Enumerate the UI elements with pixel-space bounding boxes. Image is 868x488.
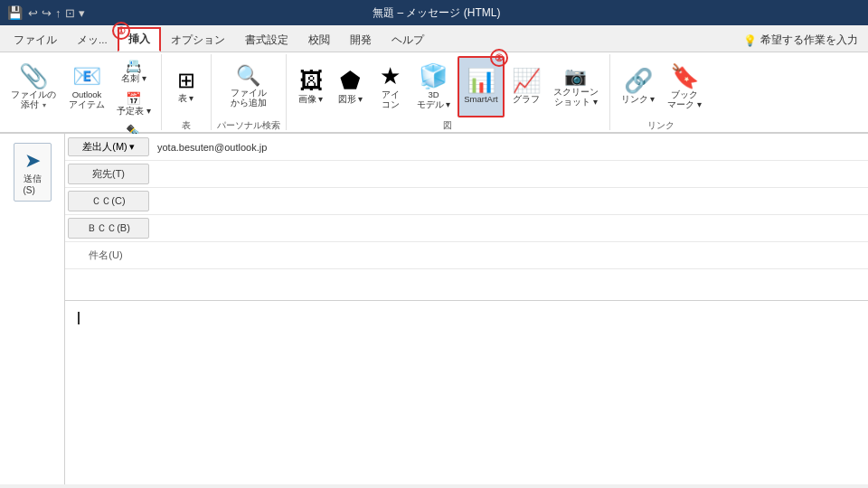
- from-dropdown-arrow: ▾: [129, 141, 135, 153]
- graph-label: グラフ: [513, 94, 540, 104]
- cc-input[interactable]: [152, 193, 868, 210]
- graph-btn[interactable]: 📈 グラフ: [506, 56, 546, 117]
- from-row: 差出人(M) ▾ yota.besuten@outlook.jp: [65, 134, 868, 161]
- subject-row: 件名(U): [65, 242, 868, 269]
- cc-row: ＣＣ(C): [65, 188, 868, 215]
- table-group-label: 表: [182, 117, 191, 132]
- attachment-btn[interactable]: 📎 ファイルの添付 ▾: [5, 56, 61, 117]
- 3dmodel-icon: 🧊: [419, 64, 448, 88]
- compose-area: ➤ 送信(S) 差出人(M) ▾ yota.besuten@outlook.jp…: [0, 134, 868, 484]
- link-icon: 🔗: [624, 69, 653, 92]
- outlook-items-btn[interactable]: 📧 Outlookアイテム: [63, 56, 110, 117]
- shapes-btn[interactable]: ⬟ 図形 ▾: [332, 56, 370, 117]
- table-icon: ⊞: [177, 70, 195, 91]
- file-add-btn[interactable]: 🔍 ファイルから追加: [225, 56, 272, 117]
- tab-search[interactable]: 💡 希望する作業を入力: [733, 29, 868, 52]
- tab-develop[interactable]: 開発: [340, 29, 382, 52]
- links-group-items: 🔗 リンク ▾ 🔖 ブックマーク ▾: [616, 56, 707, 117]
- subject-input[interactable]: [146, 248, 868, 264]
- attachment-icon: 📎: [19, 64, 48, 88]
- tab-options[interactable]: オプション: [161, 29, 235, 52]
- links-group-label: リンク: [647, 117, 675, 132]
- tab-review[interactable]: 校閲: [298, 29, 340, 52]
- image-icon: 🖼: [299, 69, 323, 92]
- smartart-label: SmartArt: [464, 94, 497, 104]
- tab-message[interactable]: メッ...: [67, 29, 118, 52]
- fields-area: 差出人(M) ▾ yota.besuten@outlook.jp 宛先(T) Ｃ…: [65, 134, 868, 300]
- bookmark-btn[interactable]: 🔖 ブックマーク ▾: [662, 56, 707, 117]
- send-icon: ➤: [24, 149, 41, 173]
- attachment-label: ファイルの添付 ▾: [11, 89, 56, 110]
- outlook-icon: 📧: [72, 64, 101, 88]
- outlook-label: Outlookアイテム: [69, 89, 105, 110]
- tab-help[interactable]: ヘルプ: [382, 29, 434, 52]
- personal-search-label: パーソナル検索: [217, 117, 280, 132]
- business-card-label: 名刺 ▾: [121, 73, 146, 85]
- ribbon-group-personal-search: 🔍 ファイルから追加 パーソナル検索: [212, 54, 287, 130]
- tab-insert[interactable]: ① 挿入: [118, 27, 161, 52]
- business-card-icon: 📇: [126, 59, 141, 73]
- to-input[interactable]: [152, 166, 868, 183]
- save-icon[interactable]: 💾: [7, 5, 23, 20]
- shapes-icon: ⬟: [340, 69, 361, 92]
- send-button[interactable]: ➤ 送信(S): [14, 143, 52, 202]
- send-label: 送信(S): [24, 173, 42, 195]
- redo-btn[interactable]: ↪: [42, 6, 52, 20]
- calendar-btn[interactable]: 📅 予定表 ▾: [112, 89, 156, 120]
- image-label: 画像 ▾: [298, 94, 324, 104]
- image-btn[interactable]: 🖼 画像 ▾: [292, 56, 330, 117]
- icons-btn[interactable]: ★ アイコン: [372, 56, 410, 117]
- calendar-icon: 📅: [126, 91, 141, 106]
- 3dmodel-label: 3Dモデル ▾: [417, 89, 451, 110]
- cc-btn[interactable]: ＣＣ(C): [68, 191, 149, 211]
- ribbon-group-table: ⊞ 表 ▾ 表: [162, 54, 212, 130]
- tab-file[interactable]: ファイル: [4, 29, 67, 52]
- calendar-label: 予定表 ▾: [117, 106, 151, 117]
- illustrations-group-label: 図: [443, 117, 452, 132]
- ribbon-group-links: 🔗 リンク ▾ 🔖 ブックマーク ▾ リンク: [610, 54, 712, 130]
- customize-btn[interactable]: ⊡: [65, 6, 75, 20]
- tab-format[interactable]: 書式設定: [235, 29, 298, 52]
- bcc-input[interactable]: [152, 221, 868, 237]
- title-bar: 💾 ↩ ↪ ↑ ⊡ ▾ 無題 – メッセージ (HTML): [0, 0, 868, 25]
- from-value: yota.besuten@outlook.jp: [152, 139, 868, 155]
- screenshot-label: スクリーンショット ▾: [553, 87, 599, 108]
- from-dropdown[interactable]: 差出人(M) ▾: [68, 137, 149, 156]
- icons-label: アイコン: [382, 89, 400, 110]
- bcc-row: ＢＣＣ(B): [65, 215, 868, 242]
- illustrations-group-items: 🖼 画像 ▾ ⬟ 図形 ▾ ★ アイコン 🧊 3Dモデル ▾ ② 📊 Smart…: [292, 56, 604, 117]
- compose-body-wrapper: 差出人(M) ▾ yota.besuten@outlook.jp 宛先(T) Ｃ…: [65, 134, 868, 484]
- 3dmodel-btn[interactable]: 🧊 3Dモデル ▾: [411, 56, 457, 117]
- to-btn[interactable]: 宛先(T): [68, 164, 149, 184]
- title-bar-left: 💾 ↩ ↪ ↑ ⊡ ▾: [7, 5, 85, 20]
- file-add-label: ファイルから追加: [231, 88, 267, 108]
- up-btn[interactable]: ↑: [55, 6, 61, 20]
- undo-btn[interactable]: ↩: [28, 6, 38, 20]
- screenshot-btn[interactable]: 📷 スクリーンショット ▾: [548, 56, 604, 117]
- business-card-btn[interactable]: 📇 名刺 ▾: [112, 56, 156, 88]
- ribbon: 📎 ファイルの添付 ▾ 📧 Outlookアイテム 📇 名刺 ▾ 📅 予定表 ▾…: [0, 52, 868, 134]
- smartart-btn[interactable]: ② 📊 SmartArt: [458, 56, 504, 117]
- smartart-icon: 📊: [467, 69, 495, 92]
- file-add-icon: 🔍: [236, 66, 260, 86]
- table-btn[interactable]: ⊞ 表 ▾: [167, 56, 205, 117]
- ribbon-tab-bar: ファイル メッ... ① 挿入 オプション 書式設定 校閲 開発 ヘルプ 💡 希…: [0, 25, 868, 52]
- circle-badge-2: ②: [490, 49, 508, 67]
- window-title: 無題 – メッセージ (HTML): [373, 5, 500, 21]
- dropdown-arrow[interactable]: ▾: [79, 6, 85, 20]
- icons-icon: ★: [380, 64, 401, 88]
- table-label: 表 ▾: [178, 93, 194, 103]
- link-btn[interactable]: 🔗 リンク ▾: [616, 56, 661, 117]
- to-row: 宛先(T): [65, 161, 868, 188]
- personal-search-group-items: 🔍 ファイルから追加: [225, 56, 272, 117]
- subject-label: 件名(U): [65, 246, 146, 265]
- ribbon-group-illustrations: 🖼 画像 ▾ ⬟ 図形 ▾ ★ アイコン 🧊 3Dモデル ▾ ② 📊 Smart…: [287, 54, 610, 130]
- ribbon-group-insert: 📎 ファイルの添付 ▾ 📧 Outlookアイテム 📇 名刺 ▾ 📅 予定表 ▾…: [0, 54, 162, 130]
- cursor: [78, 312, 80, 324]
- message-body[interactable]: [65, 300, 868, 485]
- table-group-items: ⊞ 表 ▾: [167, 56, 205, 117]
- link-label: リンク ▾: [621, 94, 656, 104]
- bcc-btn[interactable]: ＢＣＣ(B): [68, 218, 149, 239]
- graph-icon: 📈: [512, 69, 541, 92]
- bookmark-label: ブックマーク ▾: [667, 89, 702, 110]
